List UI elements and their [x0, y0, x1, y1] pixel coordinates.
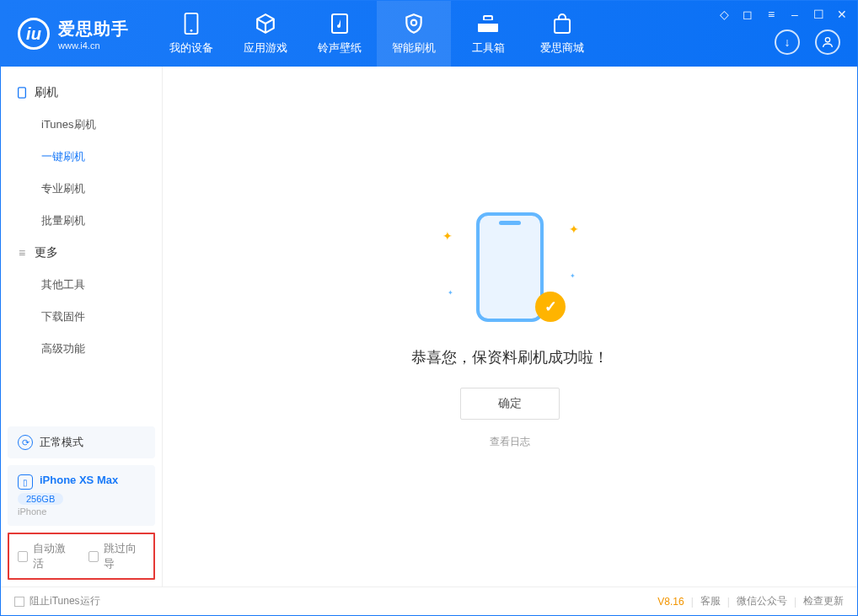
- device-icon: [180, 12, 203, 35]
- checkbox-box: [14, 597, 24, 607]
- device-icon: ▯: [18, 474, 33, 490]
- ok-button[interactable]: 确定: [460, 388, 560, 420]
- sidebar-item-more-2[interactable]: 高级功能: [1, 333, 162, 365]
- brand-name: 爱思助手: [58, 18, 129, 40]
- bag-icon: [550, 12, 574, 35]
- main-content: ✓ ✦ ✦ ✦ ✦ 恭喜您，保资料刷机成功啦！ 确定 查看日志: [163, 67, 857, 587]
- view-log-link[interactable]: 查看日志: [490, 435, 530, 449]
- sidebar: 刷机 iTunes刷机一键刷机专业刷机批量刷机 ≡ 更多 其他工具下载固件高级功…: [1, 67, 163, 587]
- logo-icon: iu: [18, 18, 50, 50]
- music-icon: [328, 12, 351, 35]
- wechat-link[interactable]: 微信公众号: [737, 594, 787, 608]
- tab-bag[interactable]: 爱思商城: [525, 1, 599, 67]
- logo-block: iu 爱思助手 www.i4.cn: [1, 1, 146, 67]
- sidebar-item-flash-1[interactable]: 一键刷机: [1, 141, 162, 173]
- sidebar-item-flash-0[interactable]: iTunes刷机: [1, 109, 162, 141]
- theme-icon[interactable]: ◇: [717, 8, 731, 21]
- download-icon[interactable]: ↓: [775, 29, 800, 55]
- sidebar-item-more-0[interactable]: 其他工具: [1, 269, 162, 301]
- auto-activate-label: 自动激活: [33, 541, 74, 571]
- device-type: iPhone: [18, 506, 46, 517]
- sidebar-item-flash-2[interactable]: 专业刷机: [1, 173, 162, 205]
- sidebar-group-more[interactable]: ≡ 更多: [1, 237, 162, 269]
- check-update-link[interactable]: 检查更新: [803, 594, 844, 608]
- window-controls: ◇ ◻ ≡ – ☐ ✕: [717, 8, 849, 21]
- sidebar-scroll: 刷机 iTunes刷机一键刷机专业刷机批量刷机 ≡ 更多 其他工具下载固件高级功…: [1, 67, 162, 420]
- titlebar: iu 爱思助手 www.i4.cn 我的设备应用游戏铃声壁纸智能刷机工具箱爱思商…: [1, 1, 857, 67]
- mode-card[interactable]: ⟳正常模式: [8, 426, 155, 459]
- stop-itunes-checkbox[interactable]: 阻止iTunes运行: [14, 594, 100, 608]
- spark-icon: ✦: [442, 229, 453, 243]
- menu-icon[interactable]: ≡: [764, 8, 778, 21]
- shield-icon: [402, 12, 426, 35]
- feedback-icon[interactable]: ◻: [741, 8, 754, 21]
- sidebar-group-more-label: 更多: [35, 245, 58, 260]
- tab-label: 应用游戏: [244, 40, 287, 56]
- device-capacity: 256GB: [18, 493, 63, 505]
- tab-device[interactable]: 我的设备: [154, 1, 228, 67]
- phone-illustration: [476, 212, 544, 322]
- success-check-icon: ✓: [535, 292, 566, 322]
- svg-rect-5: [484, 16, 492, 20]
- sidebar-group-flash-label: 刷机: [35, 85, 58, 100]
- tab-label: 我的设备: [169, 40, 213, 56]
- device-card[interactable]: ▯iPhone XS Max 256GB iPhone: [8, 465, 155, 526]
- mode-icon: ⟳: [18, 435, 33, 450]
- tab-cube[interactable]: 应用游戏: [228, 1, 303, 67]
- svg-rect-7: [555, 19, 570, 33]
- tab-shield[interactable]: 智能刷机: [377, 1, 451, 67]
- statusbar-right: V8.16 | 客服 | 微信公众号 | 检查更新: [657, 594, 844, 608]
- mode-label: 正常模式: [40, 436, 83, 448]
- svg-point-8: [825, 38, 829, 42]
- tab-label: 智能刷机: [392, 40, 436, 56]
- maximize-icon[interactable]: ☐: [812, 8, 825, 21]
- body: 刷机 iTunes刷机一键刷机专业刷机批量刷机 ≡ 更多 其他工具下载固件高级功…: [1, 67, 857, 587]
- customer-service-link[interactable]: 客服: [700, 594, 721, 608]
- cube-icon: [254, 12, 277, 35]
- checkbox-box: [18, 551, 28, 562]
- tab-label: 爱思商城: [540, 40, 584, 56]
- header-right-icons: ↓: [775, 29, 840, 55]
- device-name: iPhone XS Max: [40, 474, 118, 486]
- checkbox-box: [88, 551, 99, 562]
- stop-itunes-label: 阻止iTunes运行: [29, 594, 100, 608]
- skip-guide-checkbox[interactable]: 跳过向导: [88, 541, 146, 571]
- statusbar: 阻止iTunes运行 V8.16 | 客服 | 微信公众号 | 检查更新: [1, 587, 857, 615]
- auto-activate-checkbox[interactable]: 自动激活: [18, 541, 75, 571]
- brand-url: www.i4.cn: [58, 40, 129, 51]
- tab-label: 工具箱: [472, 40, 505, 56]
- tab-toolbox[interactable]: 工具箱: [451, 1, 525, 67]
- success-illustration: ✓ ✦ ✦ ✦ ✦: [459, 204, 560, 330]
- logo-text: 爱思助手 www.i4.cn: [58, 18, 129, 51]
- svg-point-1: [190, 29, 193, 32]
- minimize-icon[interactable]: –: [788, 8, 802, 21]
- highlighted-checkbox-row: 自动激活 跳过向导: [8, 533, 155, 580]
- tab-label: 铃声壁纸: [318, 40, 362, 56]
- success-message: 恭喜您，保资料刷机成功啦！: [411, 347, 609, 367]
- svg-rect-6: [478, 20, 498, 24]
- svg-point-3: [411, 20, 417, 26]
- spark-icon: ✦: [448, 289, 453, 297]
- phone-icon: [16, 87, 28, 99]
- spark-icon: ✦: [569, 222, 579, 236]
- svg-rect-9: [19, 88, 26, 98]
- sidebar-group-flash[interactable]: 刷机: [1, 77, 162, 109]
- version-label: V8.16: [657, 596, 684, 608]
- spark-icon: ✦: [570, 272, 576, 280]
- toolbox-icon: [476, 12, 500, 35]
- user-icon[interactable]: [815, 29, 840, 55]
- skip-guide-label: 跳过向导: [104, 541, 145, 571]
- sidebar-item-flash-3[interactable]: 批量刷机: [1, 205, 162, 237]
- app-window: iu 爱思助手 www.i4.cn 我的设备应用游戏铃声壁纸智能刷机工具箱爱思商…: [0, 0, 858, 616]
- tab-music[interactable]: 铃声壁纸: [303, 1, 377, 67]
- list-icon: ≡: [16, 247, 28, 259]
- close-icon[interactable]: ✕: [835, 8, 849, 21]
- sidebar-item-more-1[interactable]: 下载固件: [1, 301, 162, 333]
- main-tabs: 我的设备应用游戏铃声壁纸智能刷机工具箱爱思商城: [154, 1, 599, 67]
- sidebar-bottom: ⟳正常模式 ▯iPhone XS Max 256GB iPhone 自动激活 跳…: [1, 420, 162, 587]
